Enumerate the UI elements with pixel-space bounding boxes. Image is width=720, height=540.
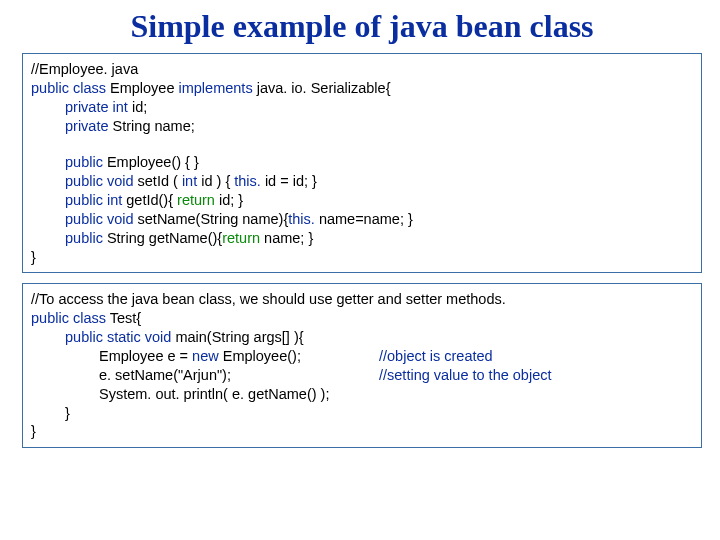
code-line: public String getName(){return name; } bbox=[31, 229, 693, 248]
code-line: System. out. println( e. getName() ); bbox=[31, 385, 693, 404]
code-line: e. setName("Arjun");//setting value to t… bbox=[31, 366, 693, 385]
code-line: private String name; bbox=[31, 117, 693, 136]
code-line: } bbox=[31, 248, 693, 267]
code-line: public void setId ( int id ) { this. id … bbox=[31, 172, 693, 191]
code-line: //To access the java bean class, we shou… bbox=[31, 290, 693, 309]
code-box-employee: //Employee. java public class Employee i… bbox=[22, 53, 702, 273]
slide-title: Simple example of java bean class bbox=[22, 8, 702, 45]
code-box-test: //To access the java bean class, we shou… bbox=[22, 283, 702, 448]
code-line: public Employee() { } bbox=[31, 153, 693, 172]
code-line: public static void main(String args[] ){ bbox=[31, 328, 693, 347]
code-line: } bbox=[31, 404, 693, 423]
code-line: //Employee. java bbox=[31, 60, 693, 79]
code-line: private int id; bbox=[31, 98, 693, 117]
code-line: Employee e = new Employee();//object is … bbox=[31, 347, 693, 366]
code-line: public void setName(String name){this. n… bbox=[31, 210, 693, 229]
code-line: public int getId(){ return id; } bbox=[31, 191, 693, 210]
code-line: } bbox=[31, 422, 693, 441]
code-line: public class Test{ bbox=[31, 309, 693, 328]
code-line: public class Employee implements java. i… bbox=[31, 79, 693, 98]
